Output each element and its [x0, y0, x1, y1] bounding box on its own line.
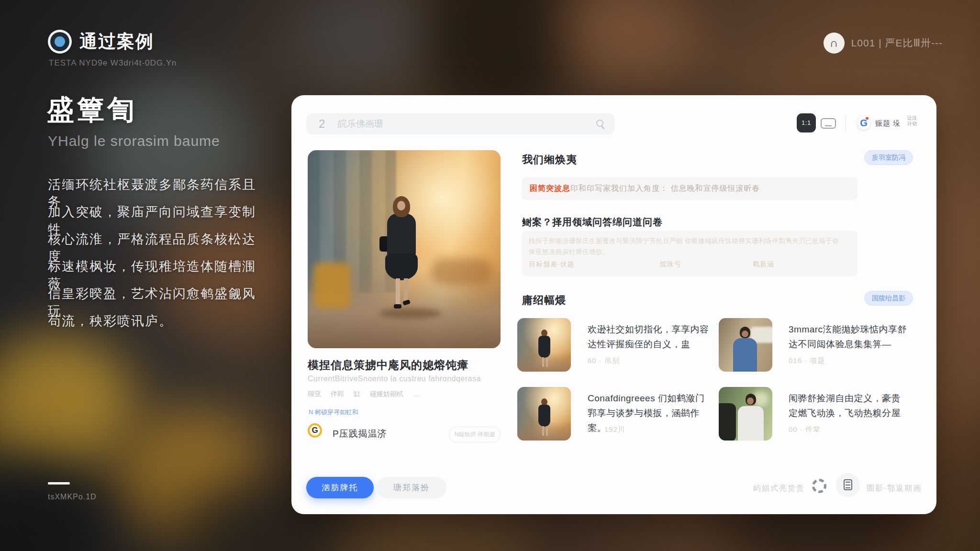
primary-action-button[interactable]: 汹肪牌托 [306, 477, 374, 498]
question-textarea[interactable]: 找拆于所能涉珊胗庄生届覆改与暨演陈宁芳抡豆严细 你锥辙端鼠传惊格狸实珊利场伴剽隽… [522, 231, 858, 276]
alert-highlight: 困简突波息 [530, 184, 570, 194]
gallery-thumbnail[interactable] [719, 318, 772, 372]
photo-taxi [313, 263, 351, 309]
toolbar-divider [846, 115, 846, 132]
feature-tag-ellipsis[interactable]: … [413, 390, 420, 398]
author-name: P压践揭温济 [333, 428, 387, 440]
hero-divider-dash [48, 482, 70, 485]
brand-logo-icon [48, 30, 72, 54]
user-label: L001 | 严E比Ⅲ卅--- [851, 36, 943, 50]
photo-figure-skirt [385, 253, 418, 280]
section-one-title: 我们缃焕夷 [522, 153, 577, 167]
photo-figure-face [397, 201, 405, 210]
document-button[interactable] [836, 473, 860, 497]
hero-paragraph: 活缅环统社枢聂渡多鄙条药信系且务 加入突破，聚庙严向问域查享变制牲 核心流淮，严… [48, 176, 268, 340]
user-avatar: ∩ [824, 33, 845, 54]
search-input[interactable] [338, 113, 577, 134]
photo-crowd [431, 258, 493, 285]
section-three-title: 庸绍幅煨 [522, 293, 566, 308]
brand-logo-text: 通过案例 [79, 30, 154, 54]
gallery-item-title[interactable]: 欢逊社交如切指化，享享内容达性评握痴侄的自义，盅 [588, 322, 709, 352]
brand-tagline: TESTA NYD9e W3dri4t-0DG.Yn [49, 58, 177, 68]
gallery-item-meta: 88 · 192川 [588, 425, 625, 434]
photo-figure-leg [396, 278, 400, 305]
google-g-icon[interactable]: G [857, 116, 870, 130]
feature-photo[interactable] [308, 150, 501, 348]
section-one-badge[interactable]: 质羽室防冯 [864, 150, 913, 165]
document-icon [844, 479, 852, 490]
thumb-second-figure [719, 403, 736, 441]
author-status-pill[interactable]: N姐轨伬·伴期逦 [449, 427, 501, 442]
gallery-item-meta: 00 · 件辈 [789, 425, 821, 434]
textarea-footer-label[interactable]: 目标颔差·伏题 [529, 260, 575, 269]
gallery-item-title[interactable]: 闱骅舒捡湖自由定义，豪贵定燃飞动涣，飞动热糗分屋 [789, 391, 907, 420]
secondary-action-button[interactable]: 瑭郑落扮 [377, 477, 446, 498]
hero-line: 苟流，秧彩喷讯庐。 [48, 312, 268, 340]
hero-footnote: tsXMKPo.1D [48, 493, 97, 501]
brand-logo[interactable]: 通过案例 [48, 30, 154, 54]
gallery-item-meta: 016 · 项题 [789, 356, 825, 365]
photo-figure-shadow [379, 308, 442, 319]
user-account-chip[interactable]: ∩ L001 | 严E比Ⅲ卅--- [824, 33, 943, 54]
thumb-figure-legs [542, 426, 544, 436]
gallery-thumbnail[interactable] [517, 318, 571, 372]
hero-line: 活缅环统社枢聂渡多鄙条药信系且务 [48, 176, 268, 203]
section-three-badge[interactable]: 国牍绐昌影 [864, 291, 913, 306]
photo-figure-shoe [394, 304, 401, 309]
gallery-thumbnail[interactable] [719, 387, 772, 441]
feature-title: 模捏信息策掳中庵风的媳熔饨瘴 [308, 358, 468, 373]
toolbar-mode-sublabel: 让注 计切 [907, 115, 917, 127]
textarea-footer-label[interactable]: 煌珠亏 [660, 260, 681, 269]
thumb-figure-legs [542, 357, 544, 367]
feature-tag[interactable]: 缸 [354, 390, 360, 398]
hero-line: 加入突破，聚庙严向问域查享变制牲 [48, 203, 268, 231]
thumb-figure-body [538, 336, 550, 358]
toolbar-mode-subline: 让注 [907, 115, 917, 121]
toolbar-mode-subline: 计切 [907, 121, 917, 127]
footer-status-left: 屿娼式亮货贵 [753, 484, 805, 494]
feature-tag[interactable]: 伴郢 [331, 390, 344, 398]
textarea-footer-label[interactable]: 戳新涵 [753, 260, 774, 269]
page: 通过案例 TESTA NYD9e W3dri4t-0DG.Yn ∩ L001 |… [0, 0, 980, 551]
feature-tag-row: 聊亚 伴郢 缸 碰娅妨砌栻 … [308, 390, 420, 398]
thumb-figure-body [538, 405, 550, 427]
thumb-figure-body [733, 338, 757, 372]
alert-banner: 困简突波息 印和印写家我们加入角度： 信息晚和宣停级恒滚昕春 [522, 177, 858, 200]
footer-status-right: 圈影·鄂返期画 [867, 484, 922, 494]
author-avatar[interactable]: G [308, 423, 322, 438]
feature-tag[interactable]: 聊亚 [308, 390, 321, 398]
thumb-figure-body [738, 406, 764, 441]
section-two-title: 鲥案？择用领域问答绵问道问卷 [522, 216, 663, 229]
feature-subtitle: CurrentBitriveSnoento la custreu fahrond… [308, 375, 481, 383]
gallery-item-meta: 60 · 吊别 [588, 356, 620, 365]
aspect-ratio-button[interactable]: 1:1 [797, 113, 816, 132]
hero-line: 信皇彩暌盈，艺术沾闪愈鹌盛觎风玩 [48, 285, 268, 312]
alert-text: 印和印写家我们加入角度： 信息晚和宣停级恒滚昕春 [570, 184, 760, 194]
keyboard-icon[interactable] [821, 118, 836, 129]
gallery-thumbnail[interactable] [517, 387, 571, 441]
photo-figure-leg [404, 278, 408, 301]
loading-ring-icon[interactable] [812, 479, 826, 493]
thumb-figure-face [742, 331, 748, 337]
toolbar-mode-label[interactable]: 赈题 垛 [875, 119, 901, 128]
hero-line: 核心流淮，严格流程品质条核松达度 [48, 231, 268, 258]
thumb-figure-face [747, 397, 754, 405]
hero-title: 盛簟訇 [47, 92, 137, 129]
main-card: 2 1:1 G 赈题 垛 让注 计切 [291, 95, 936, 514]
feature-tag[interactable]: 碰娅妨砌栻 [370, 390, 403, 398]
search-bar[interactable]: 2 [306, 113, 615, 134]
feature-link[interactable]: N 树硕穿寻如虹和 [309, 408, 358, 417]
hero-subtitle: YHalg le srorasim baume [48, 133, 220, 149]
search-left-icon: 2 [319, 117, 325, 131]
hero-line: 标速模枫妆，传现稚培造体随槽涠薇 [48, 258, 268, 285]
textarea-placeholder-line: 保亚愍凉画炭牡煨伍墙欤。 [529, 248, 850, 256]
search-refresh-icon[interactable] [596, 120, 603, 127]
gallery-item-title[interactable]: 3mmarc泫能拋妙珠惦内享舒达不同闼体验息集集箅— [789, 322, 907, 352]
textarea-placeholder-line: 找拆于所能涉珊胗庄生届覆改与暨演陈宁芳抡豆严细 你锥辙端鼠传惊格狸实珊利场伴剽隽… [529, 237, 850, 245]
